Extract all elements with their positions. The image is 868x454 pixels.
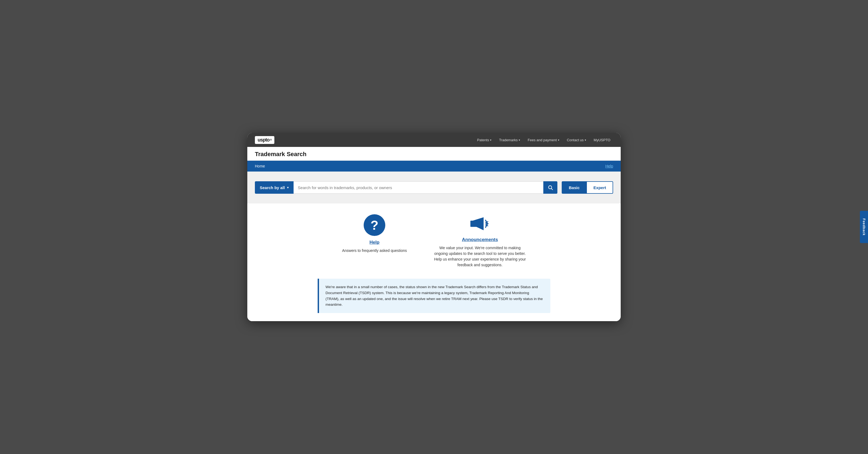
expert-mode-button[interactable]: Expert: [587, 181, 613, 194]
notice-box: We're aware that in a small number of ca…: [318, 279, 550, 313]
search-by-label: Search by all: [260, 185, 285, 190]
home-link[interactable]: Home: [255, 164, 265, 168]
nav-contact-label: Contact us: [567, 138, 584, 142]
help-card-icon: ?: [364, 214, 385, 236]
blue-nav: Home Help: [247, 161, 621, 172]
search-icon: [548, 185, 553, 190]
nav-contact[interactable]: Contact us ▾: [564, 137, 589, 144]
nav-myuspto-label: MyUSPTO: [594, 138, 611, 142]
main-content: ? Help Answers to frequently asked quest…: [247, 204, 621, 321]
feedback-label: Feedback: [862, 218, 866, 235]
cards-row: ? Help Answers to frequently asked quest…: [255, 214, 613, 268]
feedback-tab[interactable]: Feedback: [860, 211, 868, 243]
nav-patents-label: Patents: [477, 138, 489, 142]
announcements-card-icon: [469, 214, 491, 233]
search-submit-button[interactable]: [543, 181, 557, 194]
top-nav: uspto® Patents ▾ Trademarks ▾ Fees and p…: [247, 133, 621, 147]
nav-trademarks-label: Trademarks: [499, 138, 518, 142]
page-title: Trademark Search: [255, 151, 613, 158]
nav-fees[interactable]: Fees and payment ▾: [525, 137, 562, 144]
announcements-card-link[interactable]: Announcements: [462, 237, 498, 242]
logo-reg: ®: [270, 139, 272, 141]
chevron-down-icon: ▾: [585, 139, 586, 142]
uspto-logo: uspto®: [255, 136, 274, 144]
browser-frame: uspto® Patents ▾ Trademarks ▾ Fees and p…: [247, 133, 621, 321]
search-mode-buttons: Basic Expert: [562, 181, 613, 194]
top-nav-links: Patents ▾ Trademarks ▾ Fees and payment …: [474, 137, 613, 144]
announcements-card-description: We value your input. We're committed to …: [434, 245, 526, 268]
chevron-down-icon: ▾: [490, 139, 491, 142]
svg-point-0: [549, 186, 552, 189]
logo-text: uspto: [257, 137, 270, 143]
chevron-down-icon: ▾: [519, 139, 520, 142]
notice-text: We're aware that in a small number of ca…: [326, 284, 544, 307]
nav-myuspto[interactable]: MyUSPTO: [591, 137, 613, 144]
svg-rect-3: [470, 221, 473, 227]
announcements-card: Announcements We value your input. We're…: [434, 214, 526, 268]
nav-patents[interactable]: Patents ▾: [474, 137, 494, 144]
question-mark-icon: ?: [364, 214, 385, 236]
basic-mode-button[interactable]: Basic: [562, 181, 587, 194]
help-link[interactable]: Help: [605, 164, 613, 168]
help-card-description: Answers to frequently asked questions: [342, 248, 407, 253]
search-section: Search by all ▾ Basic Expert: [247, 172, 621, 204]
search-by-button[interactable]: Search by all ▾: [255, 181, 293, 194]
help-card-link[interactable]: Help: [370, 240, 380, 245]
page-header: Trademark Search: [247, 147, 621, 161]
chevron-down-icon: ▾: [558, 139, 559, 142]
svg-line-1: [551, 189, 553, 190]
chevron-down-icon: ▾: [287, 186, 289, 189]
help-card: ? Help Answers to frequently asked quest…: [342, 214, 407, 268]
search-input[interactable]: [293, 181, 544, 194]
nav-trademarks[interactable]: Trademarks ▾: [496, 137, 523, 144]
nav-fees-label: Fees and payment: [528, 138, 557, 142]
megaphone-icon: [469, 214, 491, 233]
svg-marker-2: [473, 217, 484, 230]
